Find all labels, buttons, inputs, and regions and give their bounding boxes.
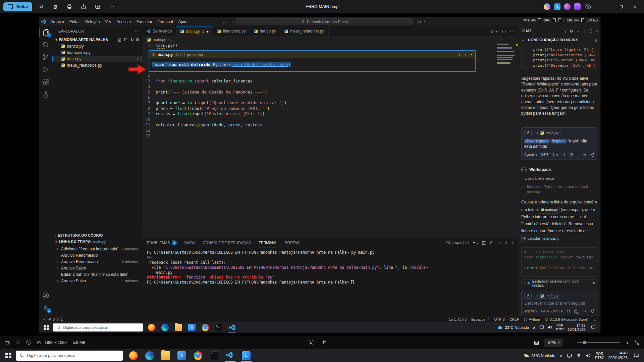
tab-financeiro.py[interactable]: financeiro.py	[213, 26, 250, 36]
actual-size-icon[interactable]	[309, 340, 314, 345]
account-icon[interactable]	[39, 289, 52, 302]
menu-editar[interactable]: Editar	[67, 18, 83, 25]
tab-main.py[interactable]: main.py1●	[176, 26, 213, 36]
collapse-all-icon[interactable]: ⊟	[136, 38, 139, 42]
outline-section[interactable]: ›ESTRUTURA DO CÓDIGO	[52, 232, 142, 238]
tab-meus_relatorios.py[interactable]: meus_relatorios.py	[280, 26, 328, 36]
close-peek-icon[interactable]: ×	[470, 52, 473, 57]
new-folder-icon[interactable]	[124, 38, 128, 42]
chat-back-icon[interactable]: ←	[522, 38, 525, 42]
attached-file-chip[interactable]: + main.py	[534, 130, 561, 136]
volume-icon[interactable]	[586, 353, 591, 358]
tab-Bem-vindo[interactable]: Bem-vindo	[142, 26, 176, 36]
source-control-icon[interactable]	[39, 51, 52, 63]
start-button[interactable]	[5, 353, 11, 359]
copilot-icon[interactable]	[544, 3, 550, 10]
instructions-icon[interactable]	[569, 153, 574, 157]
prev-problem-icon[interactable]: ↑	[464, 52, 466, 57]
indentation[interactable]: Espaços: 4	[471, 317, 489, 321]
weather-widget[interactable]: 23°C Nublado	[497, 325, 529, 329]
shell-label[interactable]: powershell	[446, 241, 469, 245]
rerun-icon[interactable]: ↪	[583, 153, 586, 157]
explorer-more-icon[interactable]: ⋯	[135, 29, 139, 34]
chat-close-icon[interactable]: ×	[595, 29, 598, 34]
language-indicator[interactable]: PORPTB2	[595, 352, 604, 360]
split-terminal-icon[interactable]: ◫	[482, 240, 486, 245]
terminal-output[interactable]: PS C:\Users\Gustavo\Documents\CODIGOS EM…	[142, 247, 518, 285]
store-app-icon[interactable]: S	[185, 322, 199, 333]
rotate-icon[interactable]: ↺	[36, 2, 46, 12]
onedrive-sync-icon[interactable]	[584, 4, 591, 10]
delete-icon[interactable]	[50, 2, 60, 12]
customize-layout-icon[interactable]: ◫ ∨	[417, 19, 427, 23]
run-python-icon[interactable]: ▷ ∨	[492, 29, 498, 34]
timeline-item[interactable]: ○Arquivo Salvo	[52, 265, 142, 271]
command-center-search[interactable]: PamonhA Arte na Palha	[236, 18, 413, 25]
python-interpreter[interactable]: 3.13.9 (Microsoft Store)	[545, 317, 588, 321]
menu-arquivo[interactable]: Arquivo	[48, 18, 67, 25]
close-panel-icon[interactable]: ×	[512, 240, 514, 245]
minimap[interactable]	[497, 44, 515, 61]
new-chat-icon[interactable]: + ∨	[561, 29, 566, 34]
settings-gear-icon[interactable]: ⚙ 1	[39, 302, 52, 314]
send-icon[interactable]	[590, 309, 594, 313]
zoom-slider[interactable]	[577, 342, 621, 343]
nav-back-icon[interactable]: ←	[222, 19, 226, 24]
file-item-main.py[interactable]: main.py1	[52, 56, 142, 62]
start-button[interactable]	[44, 325, 49, 330]
encoding[interactable]: UTF-8	[494, 317, 505, 321]
user-message-card[interactable]: + main.py @workspace /explain "main" não…	[521, 127, 597, 160]
taskbar-search[interactable]: Digite aqui para pesquisar	[16, 351, 123, 361]
share-icon[interactable]	[78, 2, 89, 12]
chat-input-card[interactable]: + main.py Descrever o que criar em segui…	[521, 290, 597, 316]
timeline-item[interactable]: ○Arquivo Renomeado	[52, 252, 142, 258]
timeline-item[interactable]: ○Editar Chat: '/fix "main" não está defi…	[52, 271, 142, 278]
zoom-out-icon[interactable]: −	[569, 340, 572, 346]
taskbar-search[interactable]: Digite aqui para pesquisar	[53, 323, 143, 331]
weather-widget[interactable]: 23°C Nublado	[523, 353, 555, 358]
todo-list-icon[interactable]: ≡	[592, 281, 595, 286]
menu-acessar[interactable]: Acessar	[114, 18, 133, 25]
chat-tab[interactable]: CHAT	[521, 27, 532, 35]
tray-chevron-icon[interactable]: ∧	[559, 353, 562, 358]
language-indicator[interactable]: PORPTB2	[556, 324, 564, 331]
designer-icon[interactable]: ✎	[554, 3, 560, 10]
zoom-in-icon[interactable]: +	[626, 340, 629, 346]
send-icon[interactable]	[590, 153, 594, 157]
close-button[interactable]: ×	[628, 1, 641, 13]
eol-sequence[interactable]: CRLF	[509, 317, 519, 321]
paint-icon[interactable]	[564, 3, 571, 10]
new-terminal-icon[interactable]: + ∨	[473, 240, 478, 245]
timeline-item[interactable]: ○Arquivo Renomeado6 minutos	[52, 258, 142, 265]
display-icon[interactable]	[539, 325, 544, 329]
network-icon[interactable]	[576, 353, 581, 358]
fullscreen-icon[interactable]	[634, 340, 639, 345]
restore-button[interactable]	[614, 1, 628, 13]
favorite-icon[interactable]: ♡	[16, 340, 20, 346]
used-references[interactable]: ›Used 1 reference	[521, 176, 597, 180]
panel-tab-SAÍDA[interactable]: SAÍDA	[184, 238, 195, 247]
agent-picker[interactable]: Agent ∨	[524, 309, 538, 313]
chat-code-block-bottom[interactable]: # ...existing code...from financeiro imp…	[521, 247, 597, 277]
panel-tab-PORTAS[interactable]: PORTAS	[285, 238, 300, 247]
notifications-bell-icon[interactable]	[593, 317, 597, 321]
collapsed-chat-item[interactable]: › Esclarecer objetivo com nginx (instala…	[521, 279, 597, 287]
model-picker[interactable]: GPT-4.1 ∨	[541, 153, 558, 157]
explorer-icon[interactable]: 1	[39, 26, 52, 39]
fit-to-window-icon[interactable]	[534, 340, 539, 345]
chat-code-block-top[interactable]: print(f"Lucro líquido: R$ {r print(f"Rei…	[521, 45, 597, 70]
firefox-icon[interactable]	[125, 349, 142, 362]
run-debug-icon[interactable]	[39, 63, 52, 76]
paperclip-icon[interactable]	[524, 293, 532, 299]
paperclip-icon[interactable]	[524, 130, 532, 136]
panel-tab-TERMINAL[interactable]: TERMINAL	[259, 238, 277, 247]
tools-icon[interactable]	[567, 309, 571, 313]
menu-ver[interactable]: Ver	[102, 18, 114, 25]
timeline-section[interactable]: ∨LINHA DO TEMPO main.py	[52, 238, 142, 245]
file-item-financeiro.py[interactable]: financeiro.py	[52, 49, 142, 56]
clock[interactable]: 14:4820/01/2026	[608, 351, 628, 360]
minimize-button[interactable]: −	[601, 1, 614, 13]
chrome-icon[interactable]	[199, 322, 212, 333]
clock[interactable]: 14:3920/01/2026	[568, 323, 585, 331]
problems-status[interactable]: ⊗ 0 ⚠ 1	[48, 317, 63, 321]
